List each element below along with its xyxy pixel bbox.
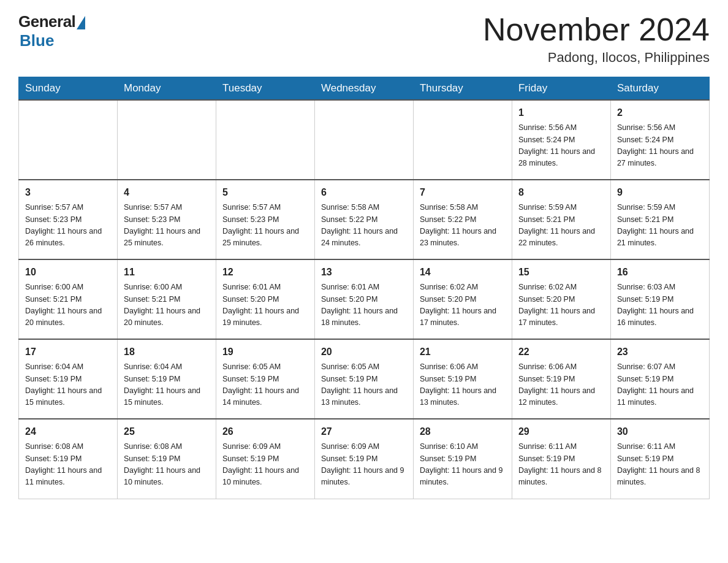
day-info: Sunrise: 6:04 AM Sunset: 5:19 PM Dayligh…	[25, 361, 111, 409]
day-of-week-header: Saturday	[610, 77, 709, 101]
calendar-day-cell: 5Sunrise: 5:57 AM Sunset: 5:23 PM Daylig…	[216, 180, 314, 259]
logo-triangle-icon	[77, 16, 85, 29]
calendar-day-cell: 11Sunrise: 6:00 AM Sunset: 5:21 PM Dayli…	[117, 259, 216, 339]
day-info: Sunrise: 6:08 AM Sunset: 5:19 PM Dayligh…	[124, 441, 210, 489]
day-number: 23	[617, 345, 703, 359]
calendar-day-cell: 26Sunrise: 6:09 AM Sunset: 5:19 PM Dayli…	[216, 419, 314, 499]
day-number: 7	[420, 185, 506, 200]
day-of-week-header: Tuesday	[216, 77, 314, 101]
day-info: Sunrise: 6:07 AM Sunset: 5:19 PM Dayligh…	[617, 361, 703, 409]
day-number: 29	[518, 424, 604, 439]
day-number: 10	[25, 265, 111, 280]
day-info: Sunrise: 5:58 AM Sunset: 5:22 PM Dayligh…	[420, 202, 506, 250]
logo: General Blue	[18, 12, 85, 50]
day-of-week-header: Friday	[512, 77, 610, 101]
location-subtitle: Padong, Ilocos, Philippines	[483, 50, 710, 66]
day-number: 6	[321, 185, 407, 200]
calendar-day-cell: 28Sunrise: 6:10 AM Sunset: 5:19 PM Dayli…	[413, 419, 512, 499]
calendar-day-cell: 19Sunrise: 6:05 AM Sunset: 5:19 PM Dayli…	[216, 339, 314, 419]
day-info: Sunrise: 6:10 AM Sunset: 5:19 PM Dayligh…	[420, 441, 506, 489]
day-info: Sunrise: 6:09 AM Sunset: 5:19 PM Dayligh…	[222, 441, 308, 489]
calendar-day-cell: 12Sunrise: 6:01 AM Sunset: 5:20 PM Dayli…	[216, 259, 314, 339]
calendar-day-cell: 21Sunrise: 6:06 AM Sunset: 5:19 PM Dayli…	[413, 339, 512, 419]
day-number: 12	[222, 265, 308, 280]
calendar-week-row: 17Sunrise: 6:04 AM Sunset: 5:19 PM Dayli…	[19, 339, 710, 419]
day-number: 17	[25, 345, 111, 359]
day-info: Sunrise: 5:57 AM Sunset: 5:23 PM Dayligh…	[25, 202, 111, 250]
day-info: Sunrise: 6:04 AM Sunset: 5:19 PM Dayligh…	[124, 361, 210, 409]
calendar-week-row: 1Sunrise: 5:56 AM Sunset: 5:24 PM Daylig…	[19, 100, 710, 180]
calendar-day-cell	[216, 100, 314, 180]
calendar-body: 1Sunrise: 5:56 AM Sunset: 5:24 PM Daylig…	[19, 100, 710, 499]
calendar-day-cell: 16Sunrise: 6:03 AM Sunset: 5:19 PM Dayli…	[610, 259, 709, 339]
day-info: Sunrise: 5:59 AM Sunset: 5:21 PM Dayligh…	[617, 202, 703, 250]
calendar-day-cell: 23Sunrise: 6:07 AM Sunset: 5:19 PM Dayli…	[610, 339, 709, 419]
calendar-day-cell: 17Sunrise: 6:04 AM Sunset: 5:19 PM Dayli…	[19, 339, 118, 419]
calendar-day-cell: 1Sunrise: 5:56 AM Sunset: 5:24 PM Daylig…	[512, 100, 610, 180]
calendar-day-cell: 25Sunrise: 6:08 AM Sunset: 5:19 PM Dayli…	[117, 419, 216, 499]
calendar-day-cell	[413, 100, 512, 180]
day-number: 26	[222, 424, 308, 439]
calendar-day-cell: 7Sunrise: 5:58 AM Sunset: 5:22 PM Daylig…	[413, 180, 512, 259]
day-info: Sunrise: 5:59 AM Sunset: 5:21 PM Dayligh…	[518, 202, 604, 250]
logo-blue-text: Blue	[20, 31, 54, 50]
day-number: 4	[124, 185, 210, 200]
calendar-week-row: 10Sunrise: 6:00 AM Sunset: 5:21 PM Dayli…	[19, 259, 710, 339]
calendar-week-row: 3Sunrise: 5:57 AM Sunset: 5:23 PM Daylig…	[19, 180, 710, 259]
calendar-day-cell: 29Sunrise: 6:11 AM Sunset: 5:19 PM Dayli…	[512, 419, 610, 499]
day-info: Sunrise: 6:01 AM Sunset: 5:20 PM Dayligh…	[321, 282, 407, 329]
calendar-day-cell: 4Sunrise: 5:57 AM Sunset: 5:23 PM Daylig…	[117, 180, 216, 259]
day-number: 8	[518, 185, 604, 200]
day-info: Sunrise: 5:57 AM Sunset: 5:23 PM Dayligh…	[222, 202, 308, 250]
calendar-day-cell: 18Sunrise: 6:04 AM Sunset: 5:19 PM Dayli…	[117, 339, 216, 419]
day-number: 9	[617, 185, 703, 200]
calendar-day-cell: 24Sunrise: 6:08 AM Sunset: 5:19 PM Dayli…	[19, 419, 118, 499]
day-info: Sunrise: 5:58 AM Sunset: 5:22 PM Dayligh…	[321, 202, 407, 250]
day-info: Sunrise: 6:11 AM Sunset: 5:19 PM Dayligh…	[617, 441, 703, 489]
day-number: 28	[420, 424, 506, 439]
day-info: Sunrise: 6:06 AM Sunset: 5:19 PM Dayligh…	[518, 361, 604, 409]
day-of-week-header: Monday	[117, 77, 216, 101]
calendar-day-cell: 22Sunrise: 6:06 AM Sunset: 5:19 PM Dayli…	[512, 339, 610, 419]
day-number: 13	[321, 265, 407, 280]
calendar-day-cell: 15Sunrise: 6:02 AM Sunset: 5:20 PM Dayli…	[512, 259, 610, 339]
title-section: November 2024 Padong, Ilocos, Philippine…	[483, 12, 710, 66]
day-number: 19	[222, 345, 308, 359]
day-info: Sunrise: 6:11 AM Sunset: 5:19 PM Dayligh…	[518, 441, 604, 489]
calendar-header: SundayMondayTuesdayWednesdayThursdayFrid…	[19, 77, 710, 101]
calendar-day-cell	[314, 100, 413, 180]
calendar-table: SundayMondayTuesdayWednesdayThursdayFrid…	[18, 77, 710, 499]
day-number: 18	[124, 345, 210, 359]
calendar-day-cell: 20Sunrise: 6:05 AM Sunset: 5:19 PM Dayli…	[314, 339, 413, 419]
day-number: 16	[617, 265, 703, 280]
day-of-week-header: Sunday	[19, 77, 118, 101]
day-info: Sunrise: 6:02 AM Sunset: 5:20 PM Dayligh…	[518, 282, 604, 329]
logo-general-text: General	[18, 12, 75, 31]
day-info: Sunrise: 6:00 AM Sunset: 5:21 PM Dayligh…	[124, 282, 210, 329]
day-number: 24	[25, 424, 111, 439]
calendar-day-cell: 2Sunrise: 5:56 AM Sunset: 5:24 PM Daylig…	[610, 100, 709, 180]
day-number: 21	[420, 345, 506, 359]
day-number: 20	[321, 345, 407, 359]
day-of-week-header: Wednesday	[314, 77, 413, 101]
day-info: Sunrise: 5:57 AM Sunset: 5:23 PM Dayligh…	[124, 202, 210, 250]
day-number: 5	[222, 185, 308, 200]
calendar-day-cell: 8Sunrise: 5:59 AM Sunset: 5:21 PM Daylig…	[512, 180, 610, 259]
month-title: November 2024	[483, 12, 710, 47]
calendar-day-cell: 3Sunrise: 5:57 AM Sunset: 5:23 PM Daylig…	[19, 180, 118, 259]
day-info: Sunrise: 5:56 AM Sunset: 5:24 PM Dayligh…	[518, 122, 604, 170]
day-info: Sunrise: 6:09 AM Sunset: 5:19 PM Dayligh…	[321, 441, 407, 489]
day-info: Sunrise: 6:08 AM Sunset: 5:19 PM Dayligh…	[25, 441, 111, 489]
calendar-day-cell	[19, 100, 118, 180]
calendar-week-row: 24Sunrise: 6:08 AM Sunset: 5:19 PM Dayli…	[19, 419, 710, 499]
day-number: 3	[25, 185, 111, 200]
day-number: 30	[617, 424, 703, 439]
calendar-day-cell: 10Sunrise: 6:00 AM Sunset: 5:21 PM Dayli…	[19, 259, 118, 339]
day-info: Sunrise: 6:06 AM Sunset: 5:19 PM Dayligh…	[420, 361, 506, 409]
day-number: 11	[124, 265, 210, 280]
day-info: Sunrise: 6:05 AM Sunset: 5:19 PM Dayligh…	[222, 361, 308, 409]
day-number: 15	[518, 265, 604, 280]
day-info: Sunrise: 6:00 AM Sunset: 5:21 PM Dayligh…	[25, 282, 111, 329]
day-number: 1	[518, 105, 604, 120]
day-info: Sunrise: 6:02 AM Sunset: 5:20 PM Dayligh…	[420, 282, 506, 329]
